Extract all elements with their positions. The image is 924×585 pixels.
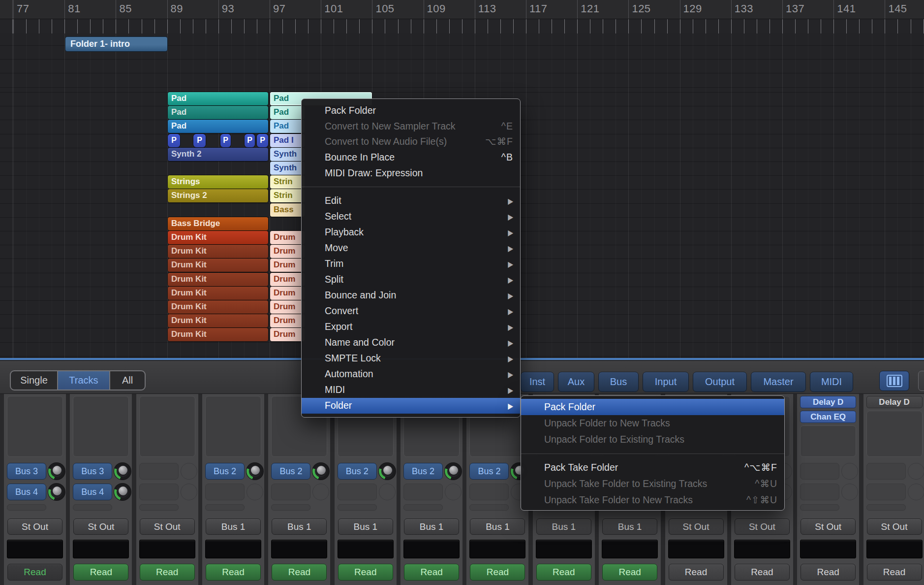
group-slot[interactable] — [403, 540, 460, 558]
region-strin[interactable]: Strin — [270, 175, 305, 189]
output-button[interactable]: Bus 1 — [470, 519, 525, 535]
empty-send-slot[interactable] — [403, 484, 443, 500]
region-drum-kit[interactable]: Drum Kit — [168, 231, 268, 244]
empty-send-knob[interactable] — [841, 463, 858, 480]
insert-slot-delay-d[interactable]: Delay D — [866, 396, 923, 408]
empty-send-slot[interactable] — [205, 484, 245, 500]
automation-read-button[interactable]: Read — [669, 564, 724, 581]
group-slot[interactable] — [469, 540, 525, 558]
audio-fx-panel[interactable] — [139, 396, 195, 457]
midi-fx-slot[interactable] — [73, 504, 112, 511]
filter-button-output[interactable]: Output — [693, 372, 747, 392]
group-slot[interactable] — [139, 540, 195, 558]
menu-item-pack-folder[interactable]: Pack Folder — [302, 103, 520, 119]
empty-send-slot[interactable] — [139, 484, 179, 500]
menu-item-automation[interactable]: Automation▶ — [302, 366, 520, 382]
group-slot[interactable] — [734, 540, 790, 558]
region-p[interactable]: P — [245, 134, 255, 147]
output-button[interactable]: Bus 1 — [602, 519, 657, 535]
audio-fx-panel[interactable] — [205, 396, 261, 457]
group-slot[interactable] — [866, 540, 923, 558]
menu-item-name-and-color[interactable]: Name and Color▶ — [302, 335, 520, 351]
output-button[interactable]: Bus 1 — [404, 519, 459, 535]
region-drum-kit[interactable]: Drum Kit — [168, 300, 268, 314]
region-synth[interactable]: Synth — [270, 148, 305, 161]
send-slot-bus-4[interactable]: Bus 4 — [7, 484, 46, 500]
group-slot[interactable] — [800, 540, 856, 558]
group-slot[interactable] — [536, 540, 592, 558]
menu-item-unpack-folder-to-new-tracks[interactable]: Unpack Folder to New Tracks — [521, 415, 784, 431]
insert-slot-chan-eq[interactable]: Chan EQ — [800, 411, 856, 423]
send-knob[interactable] — [312, 463, 329, 480]
menu-item-midi-draw-expression[interactable]: MIDI Draw: Expression — [302, 165, 520, 181]
midi-fx-slot[interactable] — [271, 504, 310, 511]
menu-item-pack-take-folder[interactable]: Pack Take Folder^⌥⌘F — [521, 459, 784, 476]
group-slot[interactable] — [668, 540, 724, 558]
empty-send-slot[interactable] — [866, 484, 906, 500]
output-button[interactable]: Bus 1 — [206, 519, 261, 535]
automation-read-button[interactable]: Read — [338, 564, 393, 581]
output-button[interactable]: St Out — [140, 519, 195, 535]
region-pad[interactable]: Pad — [270, 106, 305, 119]
view-tab-single[interactable]: Single — [11, 371, 58, 390]
region-drum[interactable]: Drum — [270, 259, 305, 272]
menu-item-edit[interactable]: Edit▶ — [302, 193, 520, 209]
filter-button-master[interactable]: Master — [751, 372, 806, 392]
menu-item-bounce-and-join[interactable]: Bounce and Join▶ — [302, 288, 520, 303]
filter-button-input[interactable]: Input — [643, 372, 689, 392]
strip-columns-view-button[interactable] — [879, 371, 909, 391]
send-slot-bus-2[interactable]: Bus 2 — [338, 463, 377, 480]
empty-send-knob[interactable] — [246, 484, 263, 500]
empty-send-knob[interactable] — [312, 484, 329, 500]
menu-item-pack-folder[interactable]: Pack Folder — [521, 399, 784, 415]
bar-ruler[interactable]: 7781858993971011051091131171211251291331… — [0, 0, 924, 33]
single-strip-view-button[interactable] — [918, 371, 924, 391]
region-bass[interactable]: Bass — [270, 203, 305, 217]
ruler-tick-band[interactable] — [0, 19, 924, 33]
insert-slot-delay-d[interactable]: Delay D — [800, 396, 856, 408]
region-strings[interactable]: Strings — [168, 175, 268, 189]
region-strin[interactable]: Strin — [270, 189, 305, 202]
region-drum-kit[interactable]: Drum Kit — [168, 314, 268, 327]
menu-item-unpack-take-folder-to-existing-tracks[interactable]: Unpack Take Folder to Existing Tracks^⌘U — [521, 476, 784, 492]
region-p[interactable]: P — [168, 134, 180, 147]
automation-read-button[interactable]: Read — [867, 564, 922, 581]
region-folder-1-intro[interactable]: Folder 1- intro — [65, 37, 167, 51]
region-drum[interactable]: Drum — [270, 300, 305, 314]
region-drum-kit[interactable]: Drum Kit — [168, 273, 268, 286]
midi-fx-slot[interactable] — [338, 504, 377, 511]
midi-fx-slot[interactable] — [800, 504, 839, 511]
output-button[interactable]: St Out — [73, 519, 128, 535]
menu-item-convert-to-new-sampler-track[interactable]: Convert to New Sampler Track^E — [302, 119, 520, 134]
send-slot-bus-2[interactable]: Bus 2 — [271, 463, 310, 480]
region-synth-2[interactable]: Synth 2 — [168, 148, 268, 161]
automation-read-button[interactable]: Read — [801, 564, 856, 581]
send-slot-bus-2[interactable]: Bus 2 — [205, 463, 245, 480]
output-button[interactable]: St Out — [7, 519, 62, 535]
midi-fx-slot[interactable] — [139, 504, 179, 511]
group-slot[interactable] — [73, 540, 129, 558]
empty-send-slot[interactable] — [139, 463, 179, 480]
send-knob[interactable] — [246, 463, 263, 480]
send-slot-bus-3[interactable]: Bus 3 — [7, 463, 46, 480]
midi-fx-slot[interactable] — [403, 504, 443, 511]
region-p[interactable]: P — [220, 134, 231, 147]
send-slot-bus-2[interactable]: Bus 2 — [403, 463, 443, 480]
empty-send-slot[interactable] — [800, 484, 839, 500]
empty-send-knob[interactable] — [181, 463, 197, 480]
send-knob[interactable] — [48, 463, 65, 480]
menu-item-unpack-folder-to-existing-tracks[interactable]: Unpack Folder to Existing Tracks — [521, 431, 784, 448]
menu-item-midi[interactable]: MIDI▶ — [302, 382, 520, 398]
region-pad[interactable]: Pad — [168, 120, 268, 133]
menu-item-trim[interactable]: Trim▶ — [302, 256, 520, 272]
empty-send-knob[interactable] — [181, 484, 197, 500]
region-drum[interactable]: Drum — [270, 328, 305, 341]
automation-read-button[interactable]: Read — [206, 564, 261, 581]
region-drum-kit[interactable]: Drum Kit — [168, 328, 268, 341]
menu-item-select[interactable]: Select▶ — [302, 209, 520, 225]
audio-fx-panel[interactable] — [866, 411, 923, 457]
midi-fx-slot[interactable] — [866, 504, 906, 511]
region-synth[interactable]: Synth — [270, 162, 305, 175]
output-button[interactable]: Bus 1 — [272, 519, 327, 535]
region-drum[interactable]: Drum — [270, 231, 305, 244]
